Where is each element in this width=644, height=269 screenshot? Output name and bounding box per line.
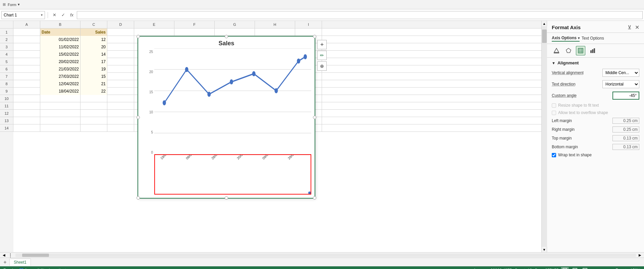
cell-b1[interactable]: Date xyxy=(40,29,80,36)
page-layout-btn[interactable] xyxy=(571,267,579,269)
cell-c14[interactable] xyxy=(80,124,107,132)
cell-c5[interactable]: 17 xyxy=(80,58,107,65)
cell-d8[interactable] xyxy=(107,80,134,88)
normal-view-btn[interactable] xyxy=(561,267,569,269)
row-num-14[interactable]: 14 xyxy=(0,124,13,132)
scroll-right-btn[interactable]: ▶ xyxy=(637,253,643,258)
cell-a6[interactable] xyxy=(13,65,40,73)
fx-btn[interactable]: fx xyxy=(68,11,75,19)
resize-handle-tr[interactable] xyxy=(313,35,316,38)
cell-c10[interactable] xyxy=(80,95,107,102)
wrap-text-checkbox[interactable] xyxy=(552,153,556,157)
vertical-scrollbar[interactable]: ▲ ▼ xyxy=(541,21,547,252)
scroll-track[interactable] xyxy=(542,26,547,247)
cell-b5[interactable]: 20/02/2022 xyxy=(40,58,80,65)
cell-b14[interactable] xyxy=(40,124,80,132)
cell-h1[interactable] xyxy=(255,29,295,36)
resize-handle-bl[interactable] xyxy=(137,196,140,200)
bar-chart-icon-btn[interactable] xyxy=(588,46,597,55)
row-num-6[interactable]: 6 xyxy=(0,65,13,73)
resize-handle-tc[interactable] xyxy=(225,35,228,38)
cell-a4[interactable] xyxy=(13,51,40,58)
scroll-up-btn[interactable]: ▲ xyxy=(542,21,547,26)
chart-style-btn[interactable]: ✏ xyxy=(317,51,327,60)
row-num-5[interactable]: 5 xyxy=(0,58,13,65)
name-box[interactable]: Chart 1 ▾ xyxy=(1,11,45,19)
tab-axis-dropdown-icon[interactable]: ▾ xyxy=(578,36,580,40)
sheet-tab-sheet1[interactable]: Sheet1 xyxy=(9,259,31,266)
row-num-12[interactable]: 12 xyxy=(0,110,13,117)
scroll-thumb[interactable] xyxy=(542,30,547,43)
cell-c11[interactable] xyxy=(80,102,107,110)
pentagon-icon-btn[interactable] xyxy=(564,46,573,55)
cell-f1[interactable] xyxy=(174,29,215,36)
cell-b3[interactable]: 11/02/2022 xyxy=(40,43,80,51)
cell-c13[interactable] xyxy=(80,117,107,124)
cell-b2[interactable]: 01/02/2022 xyxy=(40,36,80,43)
cell-g1[interactable] xyxy=(215,29,255,36)
cell-b6[interactable]: 21/03/2022 xyxy=(40,65,80,73)
col-header-c[interactable]: C xyxy=(80,21,107,28)
h-scroll-thumb[interactable] xyxy=(22,254,49,257)
cell-b9[interactable]: 18/04/2022 xyxy=(40,88,80,95)
resize-handle-ml[interactable] xyxy=(137,116,140,119)
add-sheet-btn[interactable]: + xyxy=(1,259,9,266)
cell-c6[interactable]: 19 xyxy=(80,65,107,73)
scroll-dots[interactable]: ⋮ xyxy=(7,253,14,258)
scroll-left-btn[interactable]: ◀ xyxy=(1,253,7,258)
cell-c7[interactable]: 15 xyxy=(80,73,107,80)
cell-b4[interactable]: 15/02/2022 xyxy=(40,51,80,58)
alignment-section-header[interactable]: ▼ Alignment xyxy=(552,60,639,65)
confirm-btn[interactable]: ✓ xyxy=(59,11,67,19)
row-num-7[interactable]: 7 xyxy=(0,73,13,80)
cell-a10[interactable] xyxy=(13,95,40,102)
cell-d4[interactable] xyxy=(107,51,134,58)
zoom-minus-btn[interactable]: − xyxy=(591,267,594,269)
row-num-13[interactable]: 13 xyxy=(0,117,13,124)
form-dropdown-icon[interactable]: ▾ xyxy=(18,2,20,7)
text-direction-select[interactable]: Horizontal Vertical Rotate 90° Rotate 27… xyxy=(602,80,639,88)
col-header-i[interactable]: I xyxy=(295,21,322,28)
col-header-e[interactable]: E xyxy=(134,21,174,28)
page-break-btn[interactable] xyxy=(581,267,589,269)
cell-e1[interactable] xyxy=(134,29,174,36)
row-num-9[interactable]: 9 xyxy=(0,88,13,95)
vertical-alignment-select[interactable]: Middle Cen... Top Bottom xyxy=(602,69,639,77)
cell-i1[interactable] xyxy=(295,29,322,36)
table-icon-btn[interactable] xyxy=(576,46,585,55)
cell-b10[interactable] xyxy=(40,95,80,102)
cell-a13[interactable] xyxy=(13,117,40,124)
col-header-f[interactable]: F xyxy=(174,21,215,28)
name-box-dropdown[interactable]: ▾ xyxy=(41,13,43,17)
cell-d3[interactable] xyxy=(107,43,134,51)
cell-a5[interactable] xyxy=(13,58,40,65)
cell-c1[interactable]: Sales xyxy=(80,29,107,36)
row-num-1[interactable]: 1 xyxy=(0,29,13,36)
cell-d5[interactable] xyxy=(107,58,134,65)
cell-b11[interactable] xyxy=(40,102,80,110)
resize-handle-bc[interactable] xyxy=(225,196,228,200)
cell-a9[interactable] xyxy=(13,88,40,95)
col-header-d[interactable]: D xyxy=(107,21,134,28)
x-axis-area[interactable]: 19/01/2022 08/02/2022 28/02/2022 20/03/2… xyxy=(154,154,311,195)
fill-icon-btn[interactable] xyxy=(552,46,561,55)
panel-close-btn[interactable]: ✕ xyxy=(635,24,639,31)
zoom-plus-btn[interactable]: + xyxy=(624,267,627,269)
cell-d12[interactable] xyxy=(107,110,134,117)
scroll-down-btn[interactable]: ▼ xyxy=(542,247,547,252)
resize-handle-br[interactable] xyxy=(313,196,316,200)
cell-a14[interactable] xyxy=(13,124,40,132)
chart-add-element-btn[interactable]: + xyxy=(317,40,327,49)
cell-c3[interactable]: 20 xyxy=(80,43,107,51)
custom-angle-input[interactable] xyxy=(612,92,639,100)
row-num-11[interactable]: 11 xyxy=(0,102,13,110)
cell-a7[interactable] xyxy=(13,73,40,80)
cell-d2[interactable] xyxy=(107,36,134,43)
cell-c12[interactable] xyxy=(80,110,107,117)
cell-a2[interactable] xyxy=(13,36,40,43)
col-header-b[interactable]: B xyxy=(40,21,80,28)
cell-d6[interactable] xyxy=(107,65,134,73)
col-header-a[interactable]: A xyxy=(13,21,40,28)
chart-object[interactable]: + ✏ ⊕ Sales 25 20 15 10 xyxy=(138,36,315,199)
panel-collapse-icon[interactable]: ⊻ xyxy=(628,24,632,31)
